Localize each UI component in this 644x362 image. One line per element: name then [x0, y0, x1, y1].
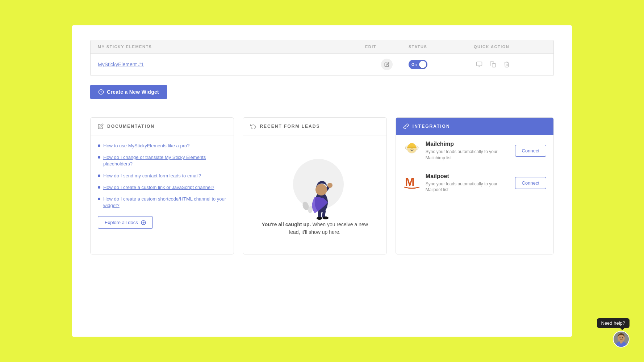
mailpoet-info: Mailpoet Sync your leads automatically t…	[426, 173, 510, 193]
recent-leads-card: RECENT FORM LEADS	[243, 117, 386, 254]
table-row: MyStickyElement #1 On	[91, 54, 553, 76]
sticky-elements-table: MY STICKY ELEMENTS EDIT STATUS QUICK ACT…	[90, 40, 554, 76]
table-header: MY STICKY ELEMENTS EDIT STATUS QUICK ACT…	[91, 40, 553, 54]
recent-leads-body: You're all caught up. When you receive a…	[243, 135, 386, 254]
help-avatar[interactable]	[613, 331, 630, 348]
integration-icon	[403, 123, 409, 129]
bullet-dot	[98, 198, 100, 200]
status-toggle[interactable]: On	[409, 60, 474, 69]
leads-empty-text: You're all caught up. When you receive a…	[258, 221, 372, 236]
bullet-dot	[98, 144, 100, 147]
toggle-knob	[419, 61, 426, 68]
doc-link-2[interactable]: How do I change or translate My Sticky E…	[103, 154, 226, 167]
bullet-dot	[98, 174, 100, 177]
svg-rect-25	[407, 147, 417, 148]
mailchimp-info: Mailchimp Sync your leads automatically …	[426, 141, 510, 161]
copy-icon[interactable]	[488, 59, 498, 70]
hero-illustration	[282, 150, 355, 222]
recent-leads-title: RECENT FORM LEADS	[260, 124, 320, 129]
bullet-dot	[98, 156, 100, 159]
list-item: How do I change or translate My Sticky E…	[98, 154, 226, 167]
help-bubble: Need help?	[597, 318, 630, 348]
svg-point-16	[317, 217, 322, 220]
history-icon	[250, 123, 256, 129]
list-item: How do I create a custom shortcode/HTML …	[98, 196, 226, 209]
col-edit: EDIT	[365, 45, 409, 49]
doc-link-1[interactable]: How to use MyStickyElements like a pro?	[103, 143, 189, 149]
recent-leads-header: RECENT FORM LEADS	[243, 118, 386, 135]
svg-point-31	[619, 337, 620, 338]
svg-point-17	[323, 216, 329, 219]
doc-link-3[interactable]: How do I send my contact form leads to e…	[103, 173, 201, 179]
mailchimp-icon	[403, 141, 420, 158]
svg-rect-0	[477, 62, 482, 66]
leads-empty-state: You're all caught up. When you receive a…	[250, 143, 379, 247]
doc-link-5[interactable]: How do I create a custom shortcode/HTML …	[103, 196, 226, 209]
list-item: How to use MyStickyElements like a pro?	[98, 143, 226, 149]
create-widget-button[interactable]: Create a New Widget	[90, 85, 167, 99]
leads-illustration	[282, 150, 347, 215]
list-item: How do I create a custom link or JavaScr…	[98, 184, 226, 191]
quick-actions	[474, 59, 546, 70]
plus-icon	[98, 89, 104, 95]
edit-button[interactable]	[365, 59, 409, 70]
col-quick-action: QUICK ACTION	[474, 45, 546, 49]
mailchimp-logo	[403, 141, 421, 158]
mailpoet-icon: M	[403, 173, 420, 190]
mailpoet-logo: M	[403, 173, 421, 190]
help-tooltip: Need help?	[597, 318, 630, 328]
col-elements: MY STICKY ELEMENTS	[98, 45, 365, 49]
mailchimp-connect-button[interactable]: Connect	[515, 145, 546, 157]
toggle-switch[interactable]: On	[409, 60, 427, 69]
arrow-right-icon	[141, 220, 146, 225]
documentation-card-header: DOCUMENTATION	[91, 118, 234, 135]
cards-section: DOCUMENTATION How to use MyStickyElement…	[90, 117, 554, 254]
col-status: STATUS	[409, 45, 474, 49]
main-container: MY STICKY ELEMENTS EDIT STATUS QUICK ACT…	[72, 25, 572, 337]
svg-point-24	[411, 148, 413, 150]
svg-point-32	[622, 337, 623, 338]
mailpoet-connect-button[interactable]: Connect	[515, 177, 546, 189]
svg-rect-1	[492, 64, 496, 67]
integration-title: INTEGRATION	[413, 124, 450, 129]
svg-text:M: M	[405, 175, 415, 188]
list-item: How do I send my contact form leads to e…	[98, 173, 226, 179]
support-agent-avatar	[614, 331, 629, 347]
explore-docs-button[interactable]: Explore all docs	[98, 216, 153, 229]
integration-card: INTEGRATION	[396, 117, 554, 254]
documentation-body: How to use MyStickyElements like a pro? …	[91, 135, 234, 236]
svg-point-12	[327, 183, 333, 188]
doc-links-list: How to use MyStickyElements like a pro? …	[98, 143, 226, 209]
documentation-card: DOCUMENTATION How to use MyStickyElement…	[90, 117, 234, 254]
element-name-link[interactable]: MyStickyElement #1	[98, 61, 365, 68]
mailpoet-integration: M Mailpoet Sync your leads automatically…	[396, 167, 553, 199]
mailchimp-integration: Mailchimp Sync your leads automatically …	[396, 135, 553, 167]
edit-doc-icon	[98, 123, 104, 129]
bullet-dot	[98, 186, 100, 189]
delete-icon[interactable]	[501, 59, 512, 70]
doc-link-4[interactable]: How do I create a custom link or JavaScr…	[103, 184, 214, 191]
documentation-title: DOCUMENTATION	[107, 124, 155, 129]
preview-icon[interactable]	[474, 59, 485, 70]
pencil-icon	[381, 59, 393, 70]
integration-card-header: INTEGRATION	[396, 118, 553, 135]
